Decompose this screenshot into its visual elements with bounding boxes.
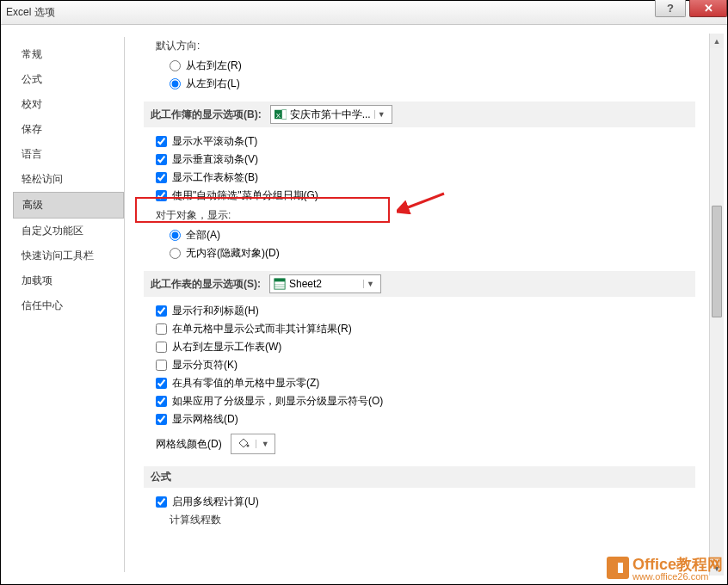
- objects-display-label: 对于对象，显示:: [156, 208, 695, 223]
- radio-ltr-label: 从左到右(L): [186, 77, 240, 91]
- sidebar-item-trust-center[interactable]: 信任中心: [13, 293, 124, 318]
- check-page-breaks-label: 显示分页符(K): [172, 358, 238, 373]
- check-rtl-sheet-input[interactable]: [156, 342, 167, 353]
- check-sheet-tabs-input[interactable]: [156, 172, 167, 183]
- watermark-brand: Office教程网: [632, 556, 723, 573]
- excel-file-icon: X: [275, 108, 287, 120]
- sidebar: 常规 公式 校对 保存 语言 轻松访问 高级 自定义功能区 快速访问工具栏 加载…: [13, 37, 125, 572]
- check-zeros-input[interactable]: [156, 378, 167, 389]
- radio-rtl[interactable]: 从右到左(R): [170, 58, 695, 73]
- content-wrap: 默认方向: 从右到左(R) 从左到右(L) 此工作簿的显示选项(B): X: [130, 25, 727, 584]
- check-vertical-scrollbar-label: 显示垂直滚动条(V): [172, 152, 258, 167]
- check-vertical-scrollbar-input[interactable]: [156, 154, 167, 165]
- vertical-scrollbar[interactable]: ▲ ▼: [709, 34, 724, 576]
- sidebar-item-save[interactable]: 保存: [13, 117, 124, 142]
- sidebar-item-advanced[interactable]: 高级: [13, 192, 124, 219]
- sidebar-item-addins[interactable]: 加载项: [13, 268, 124, 293]
- check-vertical-scrollbar[interactable]: 显示垂直滚动条(V): [156, 152, 695, 167]
- workbook-section-label: 此工作簿的显示选项(B):: [151, 108, 262, 122]
- window-controls: ? ✕: [655, 0, 727, 17]
- check-show-formulas-label: 在单元格中显示公式而非其计算结果(R): [172, 322, 352, 336]
- radio-objects-none[interactable]: 无内容(隐藏对象)(D): [170, 246, 695, 261]
- workbook-dropdown[interactable]: X 安庆市第十中学... ▼: [270, 105, 392, 124]
- scrollbar-thumb[interactable]: [712, 206, 722, 317]
- options-window: Excel 选项 ? ✕ 常规 公式 校对 保存 语言 轻松访问 高级 自定义功…: [0, 0, 728, 585]
- radio-objects-all-label: 全部(A): [186, 228, 220, 243]
- check-page-breaks-input[interactable]: [156, 360, 167, 371]
- svg-point-7: [246, 444, 249, 446]
- check-autofilter-date[interactable]: 使用"自动筛选"菜单分组日期(G): [156, 188, 695, 203]
- svg-rect-11: [614, 563, 618, 573]
- threads-count-label: 计算线程数: [170, 513, 695, 527]
- gridline-color-row: 网格线颜色(D) ▼: [156, 434, 695, 454]
- workbook-section-header: 此工作簿的显示选项(B): X 安庆市第十中学... ▼: [144, 102, 695, 127]
- check-zeros[interactable]: 在具有零值的单元格中显示零(Z): [156, 376, 695, 391]
- sidebar-item-customize-ribbon[interactable]: 自定义功能区: [13, 219, 124, 243]
- check-autofilter-date-label: 使用"自动筛选"菜单分组日期(G): [172, 188, 318, 203]
- chevron-down-icon: ▼: [363, 280, 377, 288]
- check-sheet-tabs-label: 显示工作表标签(B): [172, 170, 258, 185]
- watermark: Office教程网 www.office26.com: [607, 554, 723, 582]
- check-autofilter-date-input[interactable]: [156, 190, 167, 201]
- check-gridlines-label: 显示网格线(D): [172, 412, 238, 427]
- svg-rect-2: [281, 110, 286, 120]
- radio-objects-all-input[interactable]: [170, 230, 181, 241]
- default-direction-label: 默认方向:: [156, 39, 695, 53]
- scroll-up-arrow-icon[interactable]: ▲: [710, 34, 724, 48]
- check-page-breaks[interactable]: 显示分页符(K): [156, 358, 695, 373]
- check-rtl-sheet[interactable]: 从右到左显示工作表(W): [156, 340, 695, 354]
- check-multithread-label: 启用多线程计算(U): [172, 495, 259, 509]
- chevron-down-icon: ▼: [256, 440, 269, 448]
- worksheet-dropdown-text: Sheet2: [289, 278, 360, 290]
- check-row-col-headers[interactable]: 显示行和列标题(H): [156, 304, 695, 318]
- radio-objects-all[interactable]: 全部(A): [170, 228, 695, 243]
- gridline-color-label: 网格线颜色(D): [156, 437, 222, 452]
- radio-rtl-label: 从右到左(R): [186, 58, 242, 73]
- titlebar: Excel 选项 ? ✕: [1, 1, 727, 25]
- sidebar-item-quick-access[interactable]: 快速访问工具栏: [13, 243, 124, 268]
- dialog-body: 常规 公式 校对 保存 语言 轻松访问 高级 自定义功能区 快速访问工具栏 加载…: [1, 25, 727, 584]
- sidebar-item-language[interactable]: 语言: [13, 142, 124, 167]
- worksheet-section-label: 此工作表的显示选项(S):: [151, 277, 261, 292]
- formula-section-label: 公式: [144, 466, 695, 488]
- check-multithread-input[interactable]: [156, 496, 167, 508]
- office-logo-icon: [607, 557, 629, 579]
- chevron-down-icon: ▼: [374, 110, 388, 119]
- check-multithread[interactable]: 启用多线程计算(U): [156, 495, 695, 509]
- check-sheet-tabs[interactable]: 显示工作表标签(B): [156, 170, 695, 185]
- check-horizontal-scrollbar-label: 显示水平滚动条(T): [172, 134, 257, 149]
- radio-rtl-input[interactable]: [170, 60, 181, 71]
- sidebar-item-proofing[interactable]: 校对: [13, 92, 124, 117]
- close-button[interactable]: ✕: [689, 0, 727, 17]
- sidebar-item-accessibility[interactable]: 轻松访问: [13, 167, 124, 192]
- check-row-col-headers-label: 显示行和列标题(H): [172, 304, 259, 318]
- check-horizontal-scrollbar[interactable]: 显示水平滚动条(T): [156, 134, 695, 149]
- check-outline-symbols-input[interactable]: [156, 396, 167, 407]
- check-show-formulas-input[interactable]: [156, 323, 167, 335]
- worksheet-section-header: 此工作表的显示选项(S): Sheet2 ▼: [144, 271, 695, 297]
- radio-ltr[interactable]: 从左到右(L): [170, 77, 695, 91]
- check-zeros-label: 在具有零值的单元格中显示零(Z): [172, 376, 319, 391]
- help-button[interactable]: ?: [655, 0, 686, 17]
- svg-text:X: X: [275, 112, 281, 120]
- check-rtl-sheet-label: 从右到左显示工作表(W): [172, 340, 281, 354]
- gridline-color-picker[interactable]: ▼: [231, 434, 275, 454]
- watermark-text: Office教程网 www.office26.com: [632, 554, 723, 582]
- radio-ltr-input[interactable]: [170, 78, 181, 89]
- check-row-col-headers-input[interactable]: [156, 305, 167, 317]
- check-horizontal-scrollbar-input[interactable]: [156, 136, 167, 147]
- sheet-icon: [274, 278, 286, 290]
- radio-objects-none-label: 无内容(隐藏对象)(D): [186, 246, 280, 261]
- check-gridlines-input[interactable]: [156, 414, 167, 425]
- sidebar-item-general[interactable]: 常规: [13, 42, 124, 67]
- check-gridlines[interactable]: 显示网格线(D): [156, 412, 695, 427]
- check-outline-symbols[interactable]: 如果应用了分级显示，则显示分级显示符号(O): [156, 394, 695, 409]
- content-panel: 默认方向: 从右到左(R) 从左到右(L) 此工作簿的显示选项(B): X: [130, 34, 709, 576]
- radio-objects-none-input[interactable]: [170, 248, 181, 259]
- worksheet-dropdown[interactable]: Sheet2 ▼: [269, 274, 381, 293]
- paint-bucket-icon: [237, 436, 250, 453]
- check-outline-symbols-label: 如果应用了分级显示，则显示分级显示符号(O): [172, 394, 383, 409]
- check-show-formulas[interactable]: 在单元格中显示公式而非其计算结果(R): [156, 322, 695, 336]
- svg-rect-4: [275, 279, 285, 282]
- sidebar-item-formulas[interactable]: 公式: [13, 67, 124, 92]
